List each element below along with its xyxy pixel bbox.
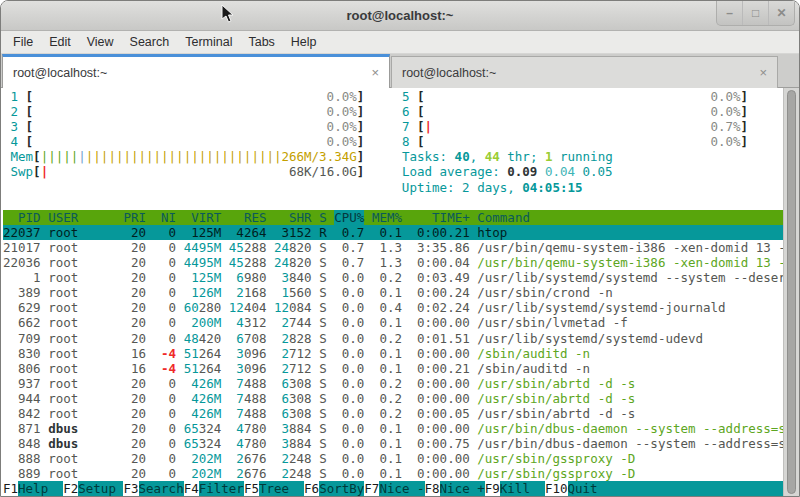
process-row[interactable]: 888 root 20 0 202M 2676 2248 S 0.0 0.1 0… <box>3 451 785 466</box>
command-cell: /usr/lib/systemd/systemd-udevd <box>477 331 703 346</box>
process-row[interactable]: 709 root 20 0 48420 6708 2828 S 0.0 0.2 … <box>3 331 785 346</box>
menu-item-tabs[interactable]: Tabs <box>240 32 282 52</box>
menu-item-file[interactable]: File <box>5 32 41 52</box>
mem-value: 248 <box>289 466 312 481</box>
mem-value: 676 <box>244 451 267 466</box>
time-cell: 3:35.86 <box>410 240 470 255</box>
text <box>364 210 372 225</box>
tab-active[interactable]: root@localhost:~ × <box>2 54 390 88</box>
close-button[interactable]: ✕ <box>768 1 794 25</box>
user-cell: root <box>48 451 116 466</box>
fkey-button-kill[interactable]: Kill <box>500 481 545 496</box>
pid-cell: 806 <box>3 361 41 376</box>
text <box>146 346 154 361</box>
process-row[interactable]: 830 root 16 -4 51264 3096 2712 S 0.0 0.1… <box>3 346 785 361</box>
maximize-button[interactable]: □ <box>742 1 768 25</box>
fkey-f7[interactable]: F7 <box>364 481 379 496</box>
meter-bar: ||||| <box>41 149 79 164</box>
mem-value: 2 <box>274 331 289 346</box>
text <box>221 346 229 361</box>
menu-item-search[interactable]: Search <box>122 32 178 52</box>
cpu-cell: 0.0 <box>334 406 364 421</box>
process-row[interactable]: 629 root 20 0 60280 12404 12084 S 0.0 0.… <box>3 300 785 315</box>
fkey-button-tree[interactable]: Tree <box>259 481 304 496</box>
menu-bar: FileEditViewSearchTerminalTabsHelp <box>1 31 799 54</box>
menu-item-edit[interactable]: Edit <box>41 32 79 52</box>
tab-close-icon[interactable]: × <box>371 66 379 79</box>
user-cell: root <box>48 361 116 376</box>
table-header[interactable]: PID USER PRI NI VIRT RES SHR S CPU% MEM%… <box>3 210 785 225</box>
process-row[interactable]: 937 root 20 0 426M 7488 6308 S 0.0 0.2 0… <box>3 376 785 391</box>
title-bar[interactable]: root@localhost:~ – □ ✕ <box>1 1 799 31</box>
fkey-f10[interactable]: F10 <box>545 481 568 496</box>
text <box>176 331 184 346</box>
process-row[interactable]: 871 dbus 20 0 65324 4780 3884 S 0.0 0.1 … <box>3 421 785 436</box>
mem-value: 4 <box>229 436 244 451</box>
mem-value: 980 <box>244 270 267 285</box>
process-row[interactable]: 889 root 20 0 202M 2676 2248 S 0.0 0.1 0… <box>3 466 785 481</box>
menu-item-terminal[interactable]: Terminal <box>177 32 240 52</box>
process-row[interactable]: 806 root 16 -4 51264 3096 2712 S 0.0 0.1… <box>3 361 785 376</box>
text <box>146 210 154 225</box>
uptime-row: Uptime: 2 days, 04:05:15 <box>3 180 785 195</box>
menu-item-view[interactable]: View <box>79 32 122 52</box>
fkey-button-quit[interactable]: Quit <box>568 481 613 496</box>
scrollbar-thumb[interactable] <box>787 90 796 494</box>
fkey-f9[interactable]: F9 <box>485 481 500 496</box>
fkey-f4[interactable]: F4 <box>184 481 199 496</box>
time-cell: 0:00.00 <box>410 376 470 391</box>
text <box>221 361 229 376</box>
fkey-f3[interactable]: F3 <box>123 481 138 496</box>
text <box>146 391 154 406</box>
text <box>364 240 372 255</box>
text <box>48 164 289 179</box>
text <box>402 315 410 330</box>
process-row[interactable]: 662 root 20 0 200M 4312 2744 S 0.0 0.1 0… <box>3 315 785 330</box>
fkey-f2[interactable]: F2 <box>63 481 78 496</box>
cpu-pct: 0.0% <box>710 89 740 104</box>
fkey-f8[interactable]: F8 <box>425 481 440 496</box>
process-row[interactable]: 21017 root 20 0 4495M 45288 24820 S 0.7 … <box>3 240 785 255</box>
text <box>221 391 229 406</box>
fkey-button-sortby[interactable]: SortBy <box>319 481 364 496</box>
mem-cell: 0.1 <box>372 451 402 466</box>
fkey-button-search[interactable]: Search <box>139 481 184 496</box>
text <box>402 270 410 285</box>
state-cell: S <box>319 300 327 315</box>
mem-value: 65 <box>184 421 199 436</box>
swp-label: Swp <box>3 164 33 179</box>
scrollbar[interactable] <box>783 88 799 496</box>
fkey-f5[interactable]: F5 <box>244 481 259 496</box>
terminal-screen[interactable]: 1 [ 0.0%] 5 [ 0.0%] 2 [ 0.0%] 6 [ 0.0%] … <box>3 89 785 496</box>
process-row[interactable]: 944 root 20 0 426M 7488 6308 S 0.0 0.2 0… <box>3 391 785 406</box>
process-row[interactable]: 22036 root 20 0 4495M 45288 24820 S 0.7 … <box>3 255 785 270</box>
process-row[interactable]: 848 dbus 20 0 65324 4780 3884 S 0.0 0.1 … <box>3 436 785 451</box>
tab-bar: root@localhost:~ × root@localhost:~ × <box>1 54 799 88</box>
fkey-button-help[interactable]: Help <box>18 481 63 496</box>
text <box>266 225 274 240</box>
fkey-f6[interactable]: F6 <box>304 481 319 496</box>
process-row[interactable]: 842 root 20 0 426M 7488 6308 S 0.0 0.2 0… <box>3 406 785 421</box>
text <box>364 391 372 406</box>
ni-cell: 0 <box>154 391 177 406</box>
fkey-button-filter[interactable]: Filter <box>199 481 244 496</box>
process-row[interactable]: 389 root 20 0 126M 2168 1560 S 0.0 0.1 0… <box>3 285 785 300</box>
ni-cell: 0 <box>154 406 177 421</box>
cpu-pct: 0.7% <box>710 119 740 134</box>
minimize-button[interactable]: – <box>717 1 742 25</box>
mem-value: 708 <box>244 331 267 346</box>
fkey-button-nice+[interactable]: Nice + <box>440 481 485 496</box>
fkey-f1[interactable]: F1 <box>3 481 18 496</box>
load-5min: 0.04 <box>545 164 575 179</box>
menu-item-help[interactable]: Help <box>283 32 325 52</box>
process-row[interactable]: 22037 root 20 0 125M 4264 3152 R 0.7 0.1… <box>3 225 785 240</box>
text <box>266 376 274 391</box>
process-row[interactable]: 1 root 20 0 125M 6980 3840 S 0.0 0.2 0:0… <box>3 270 785 285</box>
pid-cell: 889 <box>3 466 41 481</box>
text <box>146 315 154 330</box>
text <box>266 315 274 330</box>
tab-close-icon[interactable]: × <box>759 66 767 79</box>
fkey-button-nice-[interactable]: Nice - <box>379 481 424 496</box>
tab-inactive[interactable]: root@localhost:~ × <box>391 56 778 88</box>
fkey-button-setup[interactable]: Setup <box>78 481 123 496</box>
